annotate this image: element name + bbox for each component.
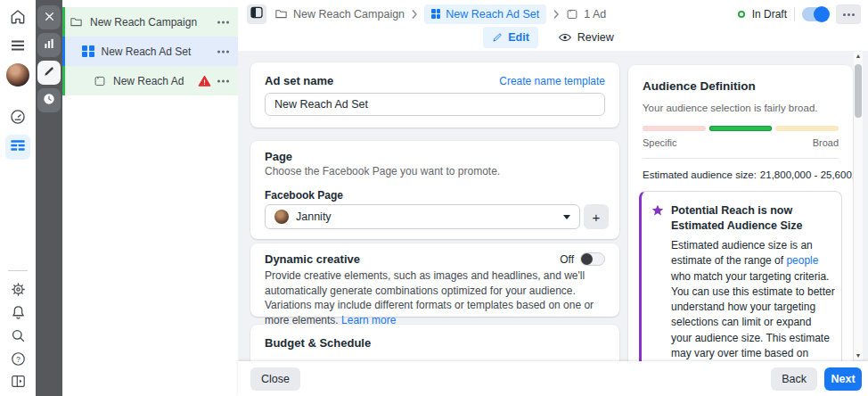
star-icon bbox=[651, 203, 665, 218]
dynamic-creative-toggle-cluster: Off bbox=[560, 252, 605, 266]
meter-label-specific: Specific bbox=[643, 137, 677, 148]
adset-grid-icon bbox=[82, 45, 94, 58]
people-link[interactable]: people bbox=[786, 254, 818, 267]
tree-item-label: New Reach Ad Set bbox=[102, 45, 192, 58]
edit-mode-button[interactable] bbox=[37, 61, 61, 85]
breadcrumb-adset[interactable]: New Reach Ad Set bbox=[424, 4, 546, 24]
help-button[interactable]: ? bbox=[5, 348, 30, 373]
home-button[interactable] bbox=[5, 6, 30, 31]
breadcrumb-ad[interactable]: 1 Ad bbox=[566, 8, 606, 21]
ad-accent-bar bbox=[62, 66, 65, 95]
breadcrumb: New Reach Campaign New Reach Ad Set 1 Ad bbox=[274, 0, 606, 28]
dynamic-creative-toggle[interactable] bbox=[580, 252, 605, 266]
pencil-icon bbox=[43, 65, 55, 81]
more-options-icon bbox=[843, 13, 855, 16]
section-title: Budget & Schedule bbox=[265, 336, 371, 350]
adset-grid-icon bbox=[431, 9, 440, 18]
more-options-icon[interactable] bbox=[217, 50, 229, 53]
sidebar-collapse-icon bbox=[250, 5, 264, 23]
estimated-audience-size: Estimated audience size: 21,800,000 - 25… bbox=[643, 169, 844, 180]
more-options-icon[interactable] bbox=[217, 21, 229, 23]
adset-accent-bar bbox=[62, 37, 65, 66]
chevron-down-icon bbox=[563, 215, 570, 219]
menu-button[interactable] bbox=[5, 35, 30, 60]
breadcrumb-campaign[interactable]: New Reach Campaign bbox=[274, 7, 405, 21]
scroll-up-arrow[interactable]: ▲ bbox=[854, 52, 863, 61]
ads-reporting-button[interactable] bbox=[5, 106, 30, 131]
close-editor-button[interactable] bbox=[37, 5, 61, 29]
question-icon: ? bbox=[10, 351, 27, 371]
gear-icon bbox=[10, 281, 27, 301]
tree-item-label: New Reach Ad bbox=[113, 75, 184, 87]
facebook-page-label: Facebook Page bbox=[265, 189, 343, 202]
close-button[interactable]: Close bbox=[250, 367, 300, 391]
tree-item-adset[interactable]: New Reach Ad Set bbox=[62, 37, 238, 66]
meter-segment-specific bbox=[643, 126, 706, 131]
status-cluster: In Draft bbox=[738, 4, 861, 24]
collapse-tree-button[interactable] bbox=[247, 4, 266, 24]
section-title: Dynamic creative bbox=[265, 252, 360, 266]
divider bbox=[643, 158, 839, 159]
estimate-label: Estimated audience size: bbox=[643, 169, 757, 180]
more-options-icon[interactable] bbox=[217, 79, 229, 82]
toggle-knob bbox=[814, 6, 830, 22]
breadcrumb-campaign-label: New Reach Campaign bbox=[293, 8, 405, 21]
meter-segment-broad bbox=[775, 126, 839, 131]
notifications-button[interactable] bbox=[5, 301, 30, 326]
tab-edit[interactable]: Edit bbox=[483, 27, 538, 48]
campaigns-table-icon bbox=[10, 137, 26, 157]
top-bar: New Reach Campaign New Reach Ad Set 1 Ad… bbox=[238, 0, 868, 51]
section-title: Page bbox=[265, 150, 292, 163]
performance-button[interactable] bbox=[37, 33, 61, 57]
settings-button[interactable] bbox=[5, 278, 30, 303]
estimate-value: 21,800,000 - 25,600,000 bbox=[760, 169, 853, 180]
tree-item-campaign[interactable]: New Reach Campaign bbox=[62, 7, 238, 37]
clock-icon bbox=[42, 92, 56, 110]
svg-text:?: ? bbox=[16, 354, 20, 363]
section-description: Choose the Facebook Page you want to pro… bbox=[265, 165, 500, 177]
next-button[interactable]: Next bbox=[824, 367, 862, 391]
tree-item-ad[interactable]: New Reach Ad bbox=[62, 66, 238, 95]
more-actions-button[interactable] bbox=[836, 4, 861, 24]
main-region: New Reach Campaign New Reach Ad Set 1 Ad… bbox=[238, 0, 868, 396]
folder-icon bbox=[70, 15, 83, 29]
page-avatar bbox=[274, 210, 289, 224]
chevron-right-icon bbox=[411, 9, 418, 20]
tab-review[interactable]: Review bbox=[549, 27, 623, 48]
bell-icon bbox=[10, 304, 27, 325]
footer-bar: Close Back Next bbox=[238, 361, 868, 396]
tab-edit-label: Edit bbox=[508, 31, 529, 44]
create-name-template-link[interactable]: Create name template bbox=[499, 75, 605, 87]
account-avatar[interactable] bbox=[5, 62, 30, 87]
add-page-button[interactable]: + bbox=[584, 204, 609, 229]
panel-title: Audience Definition bbox=[643, 79, 756, 93]
ad-frame-icon bbox=[94, 75, 106, 87]
gauge-icon bbox=[9, 108, 27, 129]
ads-manager-button[interactable] bbox=[5, 135, 30, 160]
content-scrollbar: ▲ ▼ bbox=[854, 52, 863, 360]
breadcrumb-ad-label: 1 Ad bbox=[584, 8, 606, 21]
meter-labels: Specific Broad bbox=[643, 137, 839, 148]
scrollbar-thumb[interactable] bbox=[855, 64, 862, 118]
search-button[interactable] bbox=[5, 325, 30, 350]
hamburger-icon bbox=[10, 37, 26, 57]
selected-page-name: Jannity bbox=[296, 210, 556, 223]
left-nav-rail: ? bbox=[0, 0, 36, 396]
pencil-icon bbox=[492, 32, 503, 43]
collapse-rail-button[interactable] bbox=[5, 370, 30, 395]
meter-label-broad: Broad bbox=[813, 137, 839, 148]
mode-tabs: Edit Review bbox=[238, 27, 868, 48]
eye-icon bbox=[558, 30, 572, 45]
edit-content-area: Ad set name Create name template Page Ch… bbox=[238, 51, 868, 396]
audience-definition-panel: Audience Definition Your audience select… bbox=[628, 65, 853, 396]
active-toggle[interactable] bbox=[802, 7, 829, 21]
home-icon bbox=[9, 8, 27, 29]
history-button[interactable] bbox=[37, 88, 61, 112]
rail-divider bbox=[8, 270, 28, 271]
scroll-down-arrow[interactable]: ▼ bbox=[854, 351, 863, 360]
error-warning-icon[interactable] bbox=[198, 74, 211, 87]
facebook-page-select[interactable]: Jannity bbox=[265, 204, 580, 229]
back-button[interactable]: Back bbox=[771, 367, 817, 391]
ad-set-name-input[interactable] bbox=[265, 93, 605, 116]
edit-toolbar bbox=[36, 0, 62, 396]
